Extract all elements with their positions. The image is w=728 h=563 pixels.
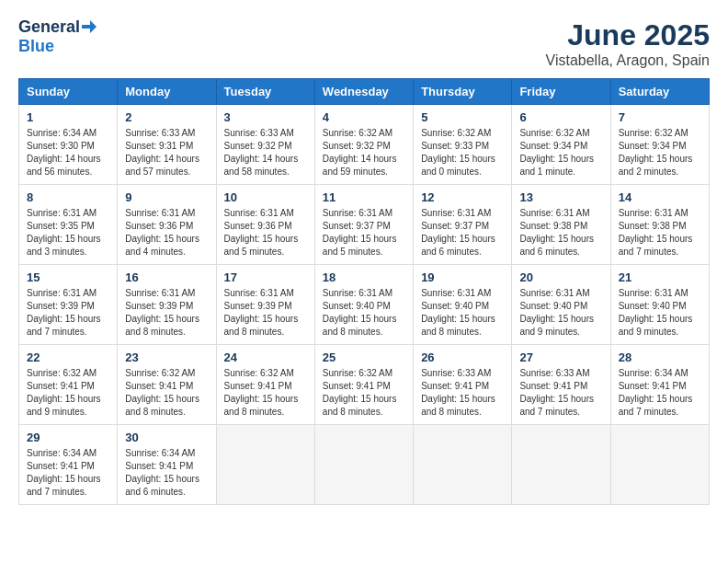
table-cell: 26Sunrise: 6:33 AM Sunset: 9:41 PM Dayli… — [414, 345, 512, 425]
col-sunday: Sunday — [19, 79, 118, 105]
table-cell: 27Sunrise: 6:33 AM Sunset: 9:41 PM Dayli… — [512, 345, 610, 425]
day-number: 15 — [27, 270, 109, 284]
day-number: 21 — [619, 270, 701, 284]
table-cell: 17Sunrise: 6:31 AM Sunset: 9:39 PM Dayli… — [216, 265, 314, 345]
day-number: 7 — [619, 110, 701, 124]
day-info: Sunrise: 6:31 AM Sunset: 9:35 PM Dayligh… — [27, 207, 109, 259]
day-info: Sunrise: 6:31 AM Sunset: 9:40 PM Dayligh… — [323, 287, 405, 339]
day-info: Sunrise: 6:31 AM Sunset: 9:37 PM Dayligh… — [421, 207, 504, 259]
day-number: 28 — [619, 350, 701, 364]
week-row-1: 8Sunrise: 6:31 AM Sunset: 9:35 PM Daylig… — [19, 185, 710, 265]
table-cell: 20Sunrise: 6:31 AM Sunset: 9:40 PM Dayli… — [512, 265, 610, 345]
day-info: Sunrise: 6:34 AM Sunset: 9:41 PM Dayligh… — [125, 447, 208, 499]
day-info: Sunrise: 6:33 AM Sunset: 9:32 PM Dayligh… — [224, 127, 307, 178]
table-cell: 9Sunrise: 6:31 AM Sunset: 9:36 PM Daylig… — [118, 185, 216, 265]
table-cell: 8Sunrise: 6:31 AM Sunset: 9:35 PM Daylig… — [19, 185, 118, 265]
day-info: Sunrise: 6:34 AM Sunset: 9:41 PM Dayligh… — [619, 367, 701, 419]
day-info: Sunrise: 6:31 AM Sunset: 9:40 PM Dayligh… — [519, 287, 602, 339]
logo-icon — [82, 19, 97, 34]
table-cell: 16Sunrise: 6:31 AM Sunset: 9:39 PM Dayli… — [118, 265, 216, 345]
col-tuesday: Tuesday — [216, 79, 314, 105]
day-number: 1 — [27, 110, 109, 124]
day-number: 6 — [519, 110, 602, 124]
day-info: Sunrise: 6:32 AM Sunset: 9:34 PM Dayligh… — [519, 127, 602, 178]
col-wednesday: Wednesday — [314, 79, 413, 105]
day-info: Sunrise: 6:31 AM Sunset: 9:36 PM Dayligh… — [224, 207, 307, 259]
table-cell — [216, 425, 314, 505]
day-number: 23 — [125, 350, 208, 364]
day-number: 17 — [224, 270, 307, 284]
table-cell — [512, 425, 610, 505]
day-info: Sunrise: 6:33 AM Sunset: 9:31 PM Dayligh… — [125, 127, 208, 178]
day-number: 16 — [125, 270, 208, 284]
table-cell — [314, 425, 413, 505]
day-number: 2 — [125, 110, 208, 124]
day-info: Sunrise: 6:32 AM Sunset: 9:34 PM Dayligh… — [619, 127, 701, 178]
day-number: 20 — [519, 270, 602, 284]
day-info: Sunrise: 6:34 AM Sunset: 9:30 PM Dayligh… — [27, 127, 109, 178]
table-cell — [414, 425, 512, 505]
table-cell: 14Sunrise: 6:31 AM Sunset: 9:38 PM Dayli… — [610, 185, 709, 265]
day-info: Sunrise: 6:32 AM Sunset: 9:41 PM Dayligh… — [323, 367, 405, 419]
day-number: 5 — [421, 110, 504, 124]
day-info: Sunrise: 6:32 AM Sunset: 9:32 PM Dayligh… — [323, 127, 405, 178]
day-number: 30 — [125, 431, 208, 444]
week-row-2: 15Sunrise: 6:31 AM Sunset: 9:39 PM Dayli… — [19, 265, 710, 345]
table-cell: 12Sunrise: 6:31 AM Sunset: 9:37 PM Dayli… — [414, 185, 512, 265]
logo-general: General — [18, 18, 80, 37]
table-cell: 6Sunrise: 6:32 AM Sunset: 9:34 PM Daylig… — [512, 105, 610, 185]
table-cell: 5Sunrise: 6:32 AM Sunset: 9:33 PM Daylig… — [414, 105, 512, 185]
day-number: 19 — [421, 270, 504, 284]
day-number: 26 — [421, 350, 504, 364]
day-number: 4 — [323, 110, 405, 124]
page-subtitle: Vistabella, Aragon, Spain — [546, 52, 711, 69]
col-friday: Friday — [512, 79, 610, 105]
day-number: 13 — [519, 190, 602, 204]
svg-marker-0 — [82, 20, 97, 33]
table-cell: 29Sunrise: 6:34 AM Sunset: 9:41 PM Dayli… — [19, 425, 118, 505]
day-number: 9 — [125, 190, 208, 204]
day-number: 12 — [421, 190, 504, 204]
table-cell: 25Sunrise: 6:32 AM Sunset: 9:41 PM Dayli… — [314, 345, 413, 425]
day-info: Sunrise: 6:32 AM Sunset: 9:41 PM Dayligh… — [125, 367, 208, 419]
week-row-4: 29Sunrise: 6:34 AM Sunset: 9:41 PM Dayli… — [19, 425, 710, 505]
day-info: Sunrise: 6:31 AM Sunset: 9:36 PM Dayligh… — [125, 207, 208, 259]
day-number: 24 — [224, 350, 307, 364]
logo: General Blue — [18, 18, 97, 56]
day-info: Sunrise: 6:33 AM Sunset: 9:41 PM Dayligh… — [519, 367, 602, 419]
table-cell: 11Sunrise: 6:31 AM Sunset: 9:37 PM Dayli… — [314, 185, 413, 265]
day-number: 11 — [323, 190, 405, 204]
day-number: 8 — [27, 190, 109, 204]
day-number: 18 — [323, 270, 405, 284]
col-thursday: Thursday — [414, 79, 512, 105]
day-number: 22 — [27, 350, 109, 364]
table-cell: 1Sunrise: 6:34 AM Sunset: 9:30 PM Daylig… — [19, 105, 118, 185]
table-cell: 2Sunrise: 6:33 AM Sunset: 9:31 PM Daylig… — [118, 105, 216, 185]
table-cell: 23Sunrise: 6:32 AM Sunset: 9:41 PM Dayli… — [118, 345, 216, 425]
table-cell: 18Sunrise: 6:31 AM Sunset: 9:40 PM Dayli… — [314, 265, 413, 345]
table-cell — [610, 425, 709, 505]
page-header: General Blue June 2025 Vistabella, Arago… — [18, 18, 710, 69]
day-number: 25 — [323, 350, 405, 364]
logo-blue: Blue — [18, 37, 97, 56]
table-cell: 22Sunrise: 6:32 AM Sunset: 9:41 PM Dayli… — [19, 345, 118, 425]
day-number: 27 — [519, 350, 602, 364]
day-info: Sunrise: 6:32 AM Sunset: 9:41 PM Dayligh… — [224, 367, 307, 419]
day-info: Sunrise: 6:31 AM Sunset: 9:40 PM Dayligh… — [421, 287, 504, 339]
page-title: June 2025 — [546, 18, 711, 52]
day-info: Sunrise: 6:32 AM Sunset: 9:33 PM Dayligh… — [421, 127, 504, 178]
calendar-header-row: Sunday Monday Tuesday Wednesday Thursday… — [19, 79, 710, 105]
week-row-3: 22Sunrise: 6:32 AM Sunset: 9:41 PM Dayli… — [19, 345, 710, 425]
day-info: Sunrise: 6:32 AM Sunset: 9:41 PM Dayligh… — [27, 367, 109, 419]
col-monday: Monday — [118, 79, 216, 105]
day-info: Sunrise: 6:31 AM Sunset: 9:38 PM Dayligh… — [519, 207, 602, 259]
day-number: 10 — [224, 190, 307, 204]
table-cell: 21Sunrise: 6:31 AM Sunset: 9:40 PM Dayli… — [610, 265, 709, 345]
table-cell: 3Sunrise: 6:33 AM Sunset: 9:32 PM Daylig… — [216, 105, 314, 185]
table-cell: 19Sunrise: 6:31 AM Sunset: 9:40 PM Dayli… — [414, 265, 512, 345]
day-info: Sunrise: 6:31 AM Sunset: 9:37 PM Dayligh… — [323, 207, 405, 259]
day-info: Sunrise: 6:31 AM Sunset: 9:39 PM Dayligh… — [125, 287, 208, 339]
table-cell: 30Sunrise: 6:34 AM Sunset: 9:41 PM Dayli… — [118, 425, 216, 505]
table-cell: 15Sunrise: 6:31 AM Sunset: 9:39 PM Dayli… — [19, 265, 118, 345]
week-row-0: 1Sunrise: 6:34 AM Sunset: 9:30 PM Daylig… — [19, 105, 710, 185]
